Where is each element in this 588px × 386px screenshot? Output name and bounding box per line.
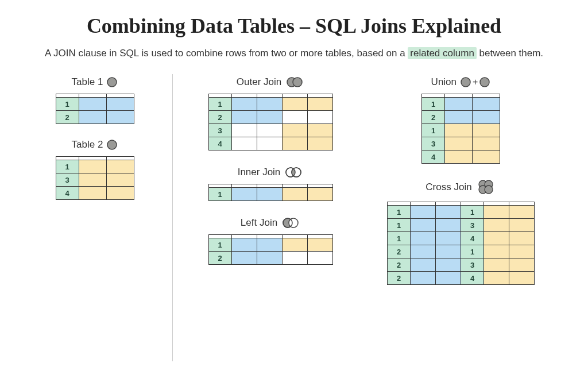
table-cell (436, 219, 461, 232)
table-row: 1 (56, 98, 134, 111)
left-join-grid: 12 (208, 234, 333, 265)
table-cell: 1 (422, 124, 445, 137)
table-cell: 1 (208, 98, 231, 111)
single-circle-icon (460, 76, 471, 88)
single-circle-icon (479, 76, 490, 88)
table-cell (307, 238, 332, 252)
svg-point-3 (293, 78, 302, 87)
single-circle-icon (106, 76, 118, 88)
table-row: 3 (422, 137, 500, 150)
table-row: 21 (388, 245, 535, 258)
table-cell (106, 160, 134, 173)
table-cell (106, 98, 134, 111)
vertical-divider (172, 74, 173, 361)
table-cell: 2 (388, 272, 411, 285)
table-cell (79, 160, 106, 173)
table-cell (307, 124, 332, 137)
table-row: 2 (208, 252, 332, 265)
table-cell (106, 187, 134, 200)
table-cell: 1 (208, 188, 231, 201)
joins-middle-column: Outer Join 1234 Inner Join (184, 74, 357, 265)
left-join-label: Left Join (241, 217, 277, 229)
table2-grid: 134 (56, 156, 134, 200)
table-row: 1 (422, 124, 500, 137)
subtitle-post: between them. (477, 48, 543, 59)
svg-point-0 (107, 78, 117, 87)
table-cell (307, 188, 332, 201)
table-cell (257, 111, 282, 124)
table-cell: 2 (56, 111, 79, 124)
table-row: 3 (56, 173, 134, 187)
table-cell: 2 (208, 111, 231, 124)
table-cell (509, 232, 535, 245)
table-cell (445, 137, 473, 150)
table-cell (473, 137, 500, 150)
table-cell (509, 245, 535, 258)
cross-join-grid: 111314212324 (387, 202, 535, 285)
table2-block: Table 2 134 (56, 139, 134, 200)
table-cell (436, 206, 461, 219)
table-row: 4 (56, 187, 134, 200)
table-row: 2 (208, 111, 332, 124)
table-cell (307, 252, 332, 265)
table-cell (106, 173, 134, 187)
table-cell (79, 173, 106, 187)
inner-join-label: Inner Join (238, 167, 281, 178)
svg-point-11 (289, 218, 298, 227)
table-cell (473, 124, 500, 137)
table-cell (79, 187, 106, 200)
table-cell: 4 (208, 137, 231, 150)
table-cell: 1 (388, 206, 411, 219)
table-cell (257, 188, 282, 201)
table-cell: 2 (208, 252, 231, 265)
table-cell (473, 150, 500, 164)
single-circle-icon (106, 139, 118, 150)
table-cell (411, 272, 436, 285)
table-cell (509, 206, 535, 219)
table-row: 24 (388, 272, 535, 285)
table1-grid: 12 (56, 94, 134, 124)
table-cell (445, 111, 473, 124)
svg-point-13 (461, 78, 470, 87)
table-cell (484, 206, 509, 219)
table-cell (231, 124, 257, 137)
table-cell (509, 219, 535, 232)
table-cell (257, 98, 282, 111)
table-cell: 3 (461, 219, 484, 232)
table-cell (257, 137, 282, 150)
table-cell (436, 272, 461, 285)
plus-sign: + (473, 77, 478, 87)
table-cell: 4 (461, 232, 484, 245)
related-column-highlight: related column (408, 47, 477, 59)
table-cell: 2 (422, 111, 445, 124)
table-cell (445, 98, 473, 111)
svg-point-14 (480, 78, 489, 87)
venn-full-icon (285, 76, 304, 88)
inner-join-grid: 1 (208, 184, 333, 201)
table-cell (231, 252, 257, 265)
union-block: Union + 12134 (421, 76, 500, 164)
table-row: 2 (422, 111, 500, 124)
table-row: 1 (56, 160, 134, 173)
table-cell (282, 111, 307, 124)
subtitle-pre: A JOIN clause in SQL is used to combine … (45, 48, 408, 59)
table-cell (282, 124, 307, 137)
table-cell: 3 (208, 124, 231, 137)
table-cell (509, 272, 535, 285)
svg-point-1 (107, 140, 117, 149)
table-cell (509, 258, 535, 272)
table-cell (411, 219, 436, 232)
table-cell: 3 (56, 173, 79, 187)
table-row: 13 (388, 219, 535, 232)
table-cell (411, 258, 436, 272)
table-cell: 3 (461, 258, 484, 272)
venn-left-icon (281, 217, 300, 229)
table-cell (436, 232, 461, 245)
table-cell (411, 245, 436, 258)
table-cell: 1 (388, 232, 411, 245)
table-cell (445, 150, 473, 164)
inner-join-block: Inner Join 1 (208, 167, 333, 201)
table-cell: 3 (422, 137, 445, 150)
table-cell (484, 272, 509, 285)
table-cell: 1 (422, 98, 445, 111)
